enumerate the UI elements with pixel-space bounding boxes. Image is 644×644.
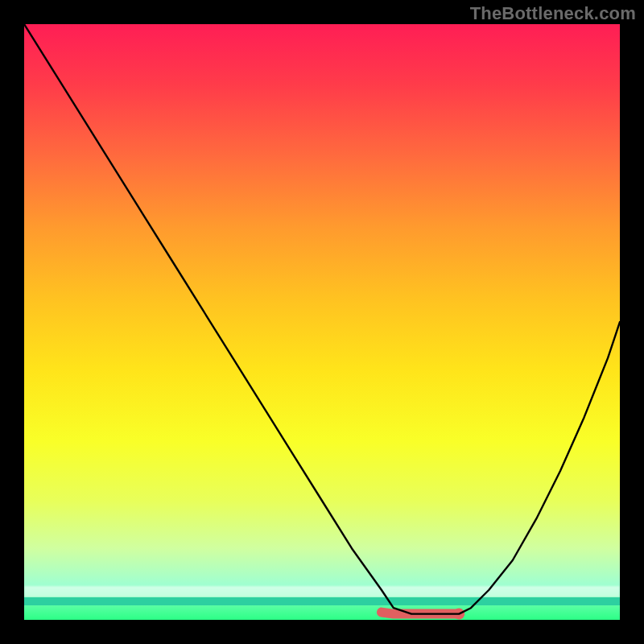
watermark-text: TheBottleneck.com xyxy=(470,3,636,24)
bottleneck-curve xyxy=(24,24,620,614)
chart-frame: TheBottleneck.com xyxy=(0,0,644,644)
plot-area xyxy=(24,24,620,620)
chart-svg xyxy=(24,24,620,620)
